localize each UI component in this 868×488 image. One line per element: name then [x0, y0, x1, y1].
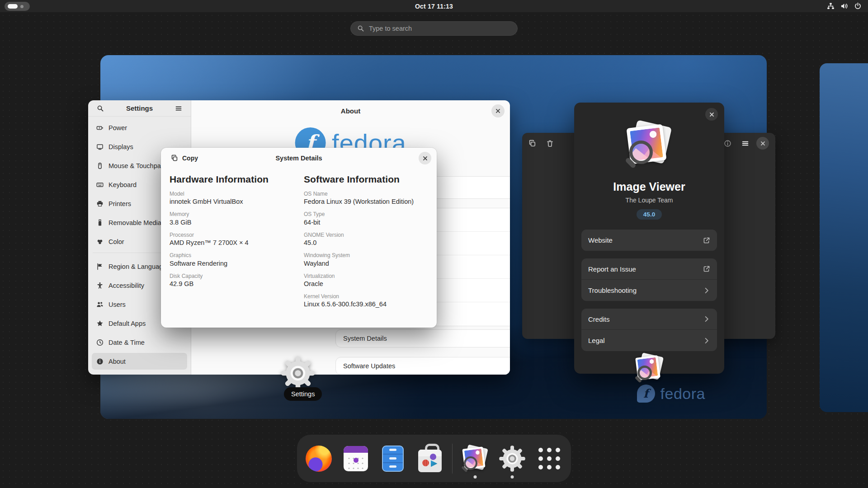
detail-field: Kernel VersionLinux 6.5.6-300.fc39.x86_6… — [304, 293, 428, 308]
menu-icon[interactable] — [741, 140, 749, 147]
copy-icon — [171, 155, 178, 162]
section-heading: Software Information — [304, 174, 428, 185]
sidebar-item-label: Mouse & Touchpad — [108, 162, 165, 169]
field-label: Kernel Version — [304, 293, 428, 300]
external-link-icon — [703, 237, 710, 244]
search-bar[interactable]: Type to search — [350, 21, 518, 36]
dialog-close-button[interactable] — [419, 152, 431, 164]
dock-item-files[interactable] — [378, 444, 407, 473]
copy-button[interactable]: Copy — [167, 152, 202, 164]
adjacent-workspace-preview[interactable] — [820, 63, 868, 412]
field-label: Windowing System — [304, 252, 428, 258]
dock-item-app-grid[interactable] — [535, 444, 564, 473]
app-grid-icon — [538, 448, 560, 469]
detail-field: Modelinnotek GmbH VirtualBox — [170, 191, 304, 205]
field-label: OS Name — [304, 191, 428, 197]
window-close-button[interactable] — [756, 137, 769, 150]
dialog-column: Hardware InformationModelinnotek GmbH Vi… — [170, 174, 304, 308]
printer-icon — [96, 200, 104, 207]
dialog-close-button[interactable] — [705, 108, 718, 121]
sidebar-item-label: Accessibility — [108, 282, 144, 289]
field-value: AMD Ryzen™ 7 2700X × 4 — [170, 239, 304, 246]
network-icon[interactable] — [827, 2, 835, 10]
about-row-credits[interactable]: Credits — [581, 309, 717, 330]
copy-icon[interactable] — [528, 140, 536, 147]
sidebar-item-label: Keyboard — [108, 181, 137, 188]
chevron-right-icon — [703, 315, 710, 323]
row-label: Legal — [588, 337, 703, 344]
field-value: Oracle — [304, 280, 428, 287]
row-label: Troubleshooting — [588, 286, 703, 294]
row-group: CreditsLegal — [581, 309, 717, 351]
trash-icon[interactable] — [546, 140, 554, 147]
gnome-activities-overview: f fedora Settings PowerDisplaysMouse & T… — [0, 0, 868, 488]
users-icon — [96, 301, 104, 308]
image-viewer-app-badge[interactable] — [636, 354, 664, 382]
calendar-icon — [344, 446, 368, 471]
software-icon — [418, 450, 442, 472]
external-link-icon — [703, 265, 710, 272]
field-value: Wayland — [304, 260, 428, 267]
field-value: Linux 6.5.6-300.fc39.x86_64 — [304, 300, 428, 308]
clock[interactable]: Oct 17 11:13 — [0, 0, 868, 12]
info-icon[interactable] — [724, 140, 731, 147]
field-label: Virtualization — [304, 273, 428, 279]
dialog-title: System Details — [161, 155, 437, 162]
sidebar-item-label: Removable Media — [108, 219, 161, 226]
system-details-row[interactable]: System Details — [335, 329, 510, 347]
dock-item-image-viewer[interactable] — [461, 444, 490, 473]
detail-field: OS Type64-bit — [304, 211, 428, 225]
field-label: Disk Capacity — [170, 273, 304, 279]
dock-item-calendar[interactable] — [341, 444, 370, 473]
search-icon — [357, 25, 364, 32]
sidebar-item-power[interactable]: Power — [92, 119, 187, 136]
detail-field: VirtualizationOracle — [304, 273, 428, 287]
version-badge[interactable]: 45.0 — [637, 209, 662, 220]
image-viewer-app-icon — [627, 122, 672, 167]
row-group: Website — [581, 230, 717, 251]
about-row-troubleshooting[interactable]: Troubleshooting — [581, 280, 717, 301]
row-label: Report an Issue — [588, 265, 703, 273]
dock-item-settings[interactable] — [498, 444, 527, 473]
sidebar-item-about[interactable]: About — [92, 353, 187, 370]
sidebar-item-label: Color — [108, 238, 124, 245]
sidebar-item-label: Displays — [108, 143, 133, 150]
usb-icon — [96, 219, 104, 226]
detail-field: Disk Capacity42.9 GB — [170, 273, 304, 287]
color-icon — [96, 238, 104, 245]
info-icon — [96, 358, 104, 365]
field-value: 3.8 GiB — [170, 219, 304, 226]
dock-separator — [452, 444, 453, 474]
top-bar: Oct 17 11:13 — [0, 0, 868, 12]
sidebar-item-date-time[interactable]: Date & Time — [92, 334, 187, 351]
about-row-report-an-issue[interactable]: Report an Issue — [581, 258, 717, 280]
row-label: Credits — [588, 315, 703, 323]
field-value: Fedora Linux 39 (Workstation Edition) — [304, 198, 428, 205]
dock-item-firefox[interactable] — [304, 444, 333, 473]
page-title: About — [191, 107, 510, 115]
dialog-body: Hardware InformationModelinnotek GmbH Vi… — [161, 169, 437, 308]
search-button[interactable] — [94, 102, 107, 115]
accessibility-icon — [96, 282, 104, 289]
gear-icon — [280, 356, 316, 391]
files-icon — [382, 446, 404, 472]
image-viewer-about-dialog: Image Viewer The Loupe Team 45.0 Website… — [574, 103, 724, 374]
sidebar-item-label: Date & Time — [108, 339, 145, 346]
sidebar-item-label: Region & Language — [108, 263, 166, 270]
settings-app-badge[interactable] — [280, 356, 316, 391]
power-icon[interactable] — [854, 2, 862, 10]
clock-icon — [96, 339, 104, 346]
close-window-button[interactable] — [491, 104, 505, 117]
gear-icon — [499, 445, 526, 472]
about-row-legal[interactable]: Legal — [581, 330, 717, 351]
sidebar-item-label: Power — [108, 124, 127, 131]
detail-field: ProcessorAMD Ryzen™ 7 2700X × 4 — [170, 232, 304, 246]
dock-item-software[interactable] — [415, 444, 444, 473]
dialog-headerbar: Copy System Details — [161, 148, 437, 169]
system-status-area[interactable] — [827, 0, 862, 12]
field-value: 45.0 — [304, 239, 428, 246]
volume-icon[interactable] — [840, 2, 848, 10]
software-updates-row[interactable]: Software Updates — [335, 357, 510, 375]
about-row-website[interactable]: Website — [581, 230, 717, 251]
hamburger-menu-button[interactable] — [172, 102, 185, 115]
